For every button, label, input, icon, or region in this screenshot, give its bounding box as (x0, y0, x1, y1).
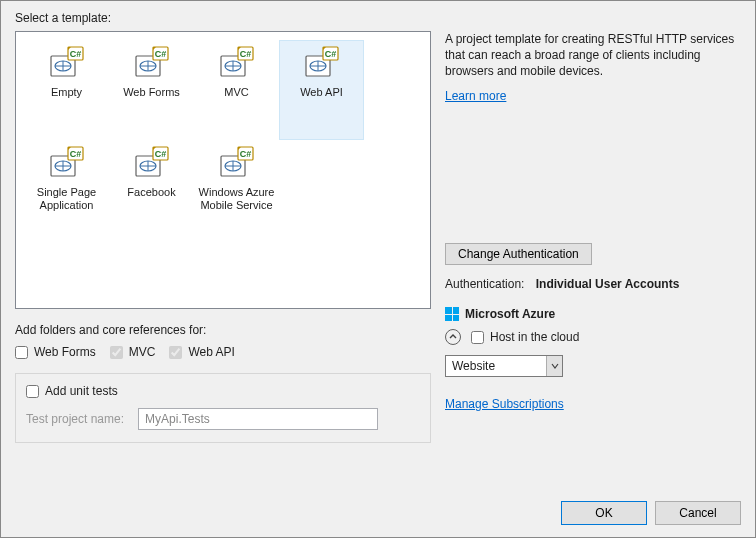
template-spa[interactable]: C# Single Page Application (24, 140, 109, 240)
dialog-footer: OK Cancel (15, 485, 741, 525)
template-empty[interactable]: C# Empty (24, 40, 109, 140)
add-unit-tests[interactable]: Add unit tests (26, 384, 420, 398)
azure-title: Microsoft Azure (465, 307, 555, 321)
azure-block: Microsoft Azure Host in the cloud Websit… (445, 307, 741, 411)
csharp-project-icon: C# (219, 46, 255, 80)
azure-title-row: Microsoft Azure (445, 307, 741, 321)
template-grid: C# Empty C# Web Forms C# MVC C# Web API (24, 40, 422, 240)
csharp-project-icon: C# (49, 46, 85, 80)
core-ref-webapi-checkbox (169, 346, 182, 359)
windows-icon (445, 307, 459, 321)
left-column: Select a template: C# Empty C# Web Forms (15, 11, 431, 485)
unit-tests-group: Add unit tests Test project name: (15, 373, 431, 443)
template-description: A project template for creating RESTful … (445, 31, 741, 79)
learn-more-link[interactable]: Learn more (445, 89, 741, 103)
ok-button[interactable]: OK (561, 501, 647, 525)
svg-text:C#: C# (239, 149, 251, 159)
csharp-project-icon: C# (134, 146, 170, 180)
host-in-cloud-label: Host in the cloud (490, 330, 579, 344)
template-webapi[interactable]: C# Web API (279, 40, 364, 140)
core-refs-label: Add folders and core references for: (15, 323, 431, 337)
template-label: Web Forms (112, 86, 192, 99)
template-webforms[interactable]: C# Web Forms (109, 40, 194, 140)
template-list[interactable]: C# Empty C# Web Forms C# MVC C# Web API (15, 31, 431, 309)
auth-status-row: Authentication: Individual User Accounts (445, 277, 741, 291)
template-label: Web API (282, 86, 362, 99)
new-project-dialog: Select a template: C# Empty C# Web Forms (0, 0, 756, 538)
test-project-name-label: Test project name: (26, 412, 124, 426)
core-refs-row: Web Forms MVC Web API (15, 345, 431, 359)
template-facebook[interactable]: C# Facebook (109, 140, 194, 240)
csharp-project-icon: C# (134, 46, 170, 80)
svg-text:C#: C# (154, 49, 166, 59)
right-column: A project template for creating RESTful … (445, 11, 741, 485)
azure-type-combo[interactable]: Website (445, 355, 563, 377)
add-unit-tests-checkbox[interactable] (26, 385, 39, 398)
chevron-down-icon (546, 356, 562, 376)
auth-value: Individual User Accounts (536, 277, 680, 291)
core-ref-webforms-label: Web Forms (34, 345, 96, 359)
host-in-cloud-row: Host in the cloud (445, 329, 741, 345)
core-ref-webforms[interactable]: Web Forms (15, 345, 96, 359)
auth-block: Change Authentication Authentication: In… (445, 243, 741, 291)
collapse-toggle[interactable] (445, 329, 461, 345)
auth-label: Authentication: (445, 277, 524, 291)
template-mvc[interactable]: C# MVC (194, 40, 279, 140)
change-authentication-button[interactable]: Change Authentication (445, 243, 592, 265)
host-in-cloud[interactable]: Host in the cloud (471, 330, 579, 344)
core-ref-mvc: MVC (110, 345, 156, 359)
core-ref-mvc-checkbox (110, 346, 123, 359)
template-label: Windows Azure Mobile Service (197, 186, 277, 212)
core-ref-webapi-label: Web API (188, 345, 234, 359)
test-project-name-input (138, 408, 378, 430)
template-wams[interactable]: C# Windows Azure Mobile Service (194, 140, 279, 240)
template-label: Empty (27, 86, 107, 99)
svg-text:C#: C# (69, 149, 81, 159)
azure-type-value: Website (452, 359, 495, 373)
core-ref-webforms-checkbox[interactable] (15, 346, 28, 359)
template-label: Single Page Application (27, 186, 107, 212)
cancel-button[interactable]: Cancel (655, 501, 741, 525)
test-project-row: Test project name: (26, 408, 420, 430)
template-label: MVC (197, 86, 277, 99)
host-in-cloud-checkbox[interactable] (471, 331, 484, 344)
core-ref-webapi: Web API (169, 345, 234, 359)
svg-text:C#: C# (69, 49, 81, 59)
svg-text:C#: C# (239, 49, 251, 59)
core-refs-section: Add folders and core references for: Web… (15, 323, 431, 443)
select-template-label: Select a template: (15, 11, 431, 25)
csharp-project-icon: C# (304, 46, 340, 80)
svg-text:C#: C# (154, 149, 166, 159)
csharp-project-icon: C# (49, 146, 85, 180)
svg-text:C#: C# (324, 49, 336, 59)
add-unit-tests-label: Add unit tests (45, 384, 118, 398)
csharp-project-icon: C# (219, 146, 255, 180)
manage-subscriptions-link[interactable]: Manage Subscriptions (445, 397, 564, 411)
core-ref-mvc-label: MVC (129, 345, 156, 359)
main-row: Select a template: C# Empty C# Web Forms (15, 11, 741, 485)
template-label: Facebook (112, 186, 192, 199)
chevron-up-icon (449, 333, 457, 341)
